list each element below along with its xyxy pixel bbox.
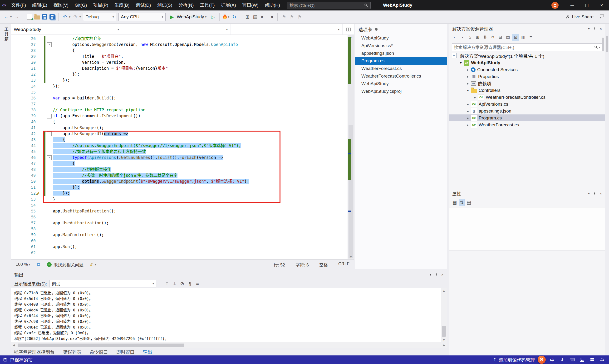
indent-icon[interactable]: ⇥ xyxy=(268,13,274,20)
pin-icon[interactable] xyxy=(593,27,596,30)
scroll-down-icon[interactable]: ▼ xyxy=(441,338,447,342)
expand-icon[interactable]: ▸ xyxy=(465,75,471,78)
menu-item[interactable]: 帮助(H) xyxy=(262,0,283,11)
solution-explorer-search-input[interactable]: 搜索解决方案资源管理器(Ctrl+;) ▾ xyxy=(452,43,602,51)
output-horizontal-scrollbar[interactable]: ◀ ▶ xyxy=(11,342,447,348)
code-line[interactable]: 32 }); xyxy=(11,71,348,77)
sync-active-document-icon[interactable]: ⊡ xyxy=(512,34,519,41)
code-line[interactable]: 30 Version = version, xyxy=(11,59,348,65)
zoom-dropdown[interactable]: 100 % ▾ xyxy=(16,262,30,267)
start-without-debugging-button[interactable]: ▷ xyxy=(210,13,216,20)
code-editor[interactable]: 26 //添加文档介绍27- options.SwaggerDoc(versio… xyxy=(11,35,354,259)
document-tab[interactable]: WebApiStudy xyxy=(355,80,447,88)
fold-collapse-icon[interactable]: - xyxy=(47,114,52,118)
send-feedback-icon[interactable] xyxy=(599,13,605,20)
code-line[interactable]: 27- options.SwaggerDoc(version, new Micr… xyxy=(11,42,348,48)
add-to-source-control-button[interactable]: ↥ 添加到源代码管理 xyxy=(493,357,535,363)
window-position-icon[interactable]: ▾ xyxy=(430,273,431,277)
code-line[interactable]: 38// Configure the HTTP request pipeline… xyxy=(11,107,348,113)
show-all-files-icon[interactable]: ▤ xyxy=(505,34,511,41)
code-line[interactable]: 62 xyxy=(11,250,348,256)
edge-scrollbar-thumb[interactable] xyxy=(606,36,608,52)
clear-all-icon[interactable]: ⊘ xyxy=(179,280,185,287)
eol-indicator[interactable]: CRLF xyxy=(338,261,350,268)
document-tab[interactable]: Program.cs xyxy=(355,57,447,65)
solution-explorer-scrollbar[interactable] xyxy=(602,38,604,52)
menu-item[interactable]: 文件(F) xyxy=(8,0,29,11)
refresh-icon[interactable]: ↻ xyxy=(489,34,496,41)
next-bookmark-icon[interactable]: ⚑ xyxy=(297,13,303,20)
editor-vertical-scrollbar[interactable]: ▲ ▼ xyxy=(348,35,354,259)
forward-icon[interactable]: › xyxy=(459,34,466,41)
code-line[interactable]: 57app.UseAuthorization(); xyxy=(11,220,348,226)
navigate-forward-button[interactable]: → xyxy=(14,13,20,20)
pin-icon[interactable] xyxy=(593,192,596,195)
tree-item[interactable]: ▸Properties xyxy=(449,73,605,80)
code-line[interactable]: 45 //如果只有一个版本也要和上方保持一致 xyxy=(11,149,348,155)
code-line[interactable]: 44 //options.SwaggerEndpoint($"/swagger/… xyxy=(11,143,348,149)
type-dropdown[interactable]: ▾ xyxy=(122,24,231,35)
save-button[interactable] xyxy=(42,14,47,20)
start-debugging-button[interactable]: ▶ WebApiStudy ▾ xyxy=(168,13,208,20)
tree-item[interactable]: ▸依赖项 xyxy=(449,80,605,87)
collapse-all-icon[interactable]: ⊟ xyxy=(497,34,504,41)
tree-item[interactable]: ▸ApiVersions.cs xyxy=(449,101,605,107)
editor-window-icon[interactable]: ⊞ xyxy=(245,13,250,20)
code-line[interactable]: 50 options.SwaggerEndpoint($"/swagger/V1… xyxy=(11,178,348,184)
expand-icon[interactable]: ▸ xyxy=(465,123,471,127)
fold-collapse-icon[interactable]: - xyxy=(47,155,52,160)
code-line[interactable]: 39-if (app.Environment.IsDevelopment()) xyxy=(11,113,348,119)
expand-icon[interactable]: ▸ xyxy=(472,95,478,99)
code-line[interactable]: 59app.MapControllers(); xyxy=(11,232,348,238)
collapse-icon[interactable]: ▾ xyxy=(458,61,464,65)
code-line[interactable]: 56 xyxy=(11,214,348,220)
collapse-icon[interactable]: ▾ xyxy=(465,89,471,92)
menu-item[interactable]: 生成(B) xyxy=(111,0,132,11)
redo-button[interactable]: ↷ xyxy=(73,13,78,20)
code-line[interactable]: 53} xyxy=(11,196,348,202)
prev-bookmark-icon[interactable]: ⚑ xyxy=(289,13,295,20)
tool-tab[interactable]: 命令窗口 xyxy=(90,349,108,355)
new-file-button[interactable] xyxy=(27,14,32,20)
expand-icon[interactable]: ▸ xyxy=(465,102,471,106)
window-position-icon[interactable]: ▾ xyxy=(588,191,590,195)
alphabetical-icon[interactable]: ⇅ xyxy=(459,199,465,206)
window-position-icon[interactable]: ▾ xyxy=(588,26,590,31)
toolbox-side-tab[interactable]: 工具箱 xyxy=(0,24,11,355)
grid-icon[interactable] xyxy=(589,355,596,364)
close-icon[interactable]: × xyxy=(441,273,443,277)
code-line[interactable]: 42- app.UseSwaggerUI(options => xyxy=(11,131,348,137)
document-tab[interactable]: ApiVersions.cs* xyxy=(355,42,447,50)
unindent-icon[interactable]: ⇤ xyxy=(260,13,266,20)
scroll-down-icon[interactable]: ▼ xyxy=(348,255,354,259)
member-dropdown[interactable]: ▾ xyxy=(231,24,343,35)
expand-icon[interactable]: ▸ xyxy=(465,109,471,113)
expand-icon[interactable]: ▸ xyxy=(465,82,471,85)
code-line[interactable]: 31 Description = $"项目名:{version}版本" xyxy=(11,65,348,71)
fold-collapse-icon[interactable]: - xyxy=(47,42,52,47)
code-line[interactable]: 58 xyxy=(11,226,348,232)
code-line[interactable]: 34}); xyxy=(11,83,348,89)
code-line[interactable]: 40{ xyxy=(11,119,348,125)
categorized-icon[interactable]: ▦ xyxy=(452,199,457,206)
document-tab[interactable]: WeatherForecast.cs xyxy=(355,65,447,72)
menu-item[interactable]: 扩展(X) xyxy=(218,0,239,11)
menu-item[interactable]: Git(G) xyxy=(72,0,90,11)
tool-tab[interactable]: 程序包管理器控制台 xyxy=(14,349,54,355)
code-line[interactable]: 51 }); xyxy=(11,184,348,190)
code-line[interactable]: 35 xyxy=(11,89,348,95)
code-line[interactable]: 48 //切换版本操作 xyxy=(11,167,348,172)
home-icon[interactable]: ⌂ xyxy=(466,34,473,41)
tree-item[interactable]: ▸Program.cs xyxy=(449,115,605,121)
microphone-icon[interactable] xyxy=(558,355,566,364)
code-line[interactable]: 49 //参数一时使用的哪个json文件，参数二就是个名字 xyxy=(11,172,348,178)
scrollbar-thumb[interactable] xyxy=(442,326,446,337)
fold-collapse-icon[interactable]: - xyxy=(47,131,52,136)
scroll-left-icon[interactable]: ◀ xyxy=(11,344,17,347)
navigate-back-button[interactable]: ← xyxy=(3,13,9,20)
line-indicator[interactable]: 行: 52 xyxy=(273,261,285,268)
maximize-button[interactable]: □ xyxy=(580,0,594,11)
bookmark-icon[interactable]: ⚑ xyxy=(281,13,287,20)
code-line[interactable]: 41 app.UseSwagger(); xyxy=(11,125,348,131)
expand-icon[interactable]: ▸ xyxy=(465,116,471,120)
